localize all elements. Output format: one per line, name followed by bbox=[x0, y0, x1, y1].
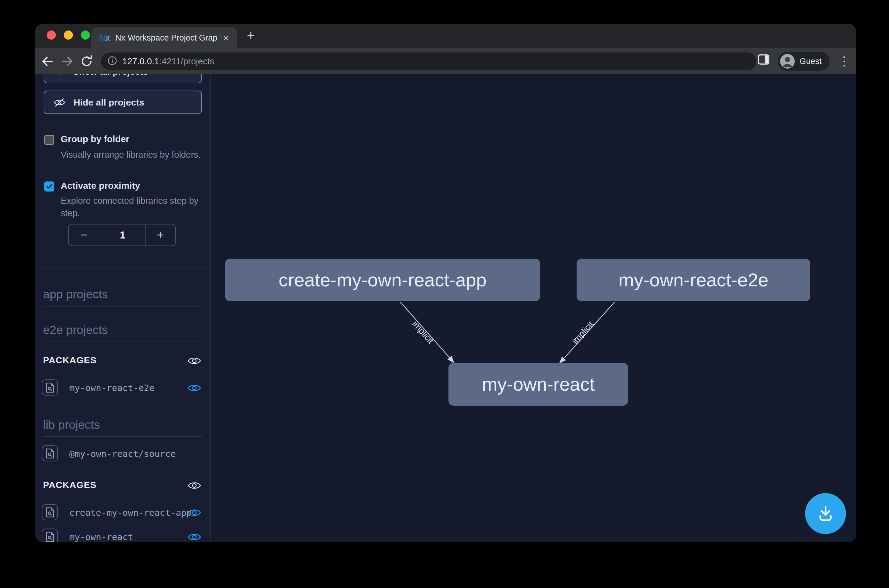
project-name: create-my-own-react-app bbox=[69, 507, 192, 518]
decrement-button[interactable]: − bbox=[69, 225, 100, 246]
toggle-group-visibility-button[interactable] bbox=[187, 356, 201, 367]
toggle-project-visibility-button[interactable] bbox=[187, 508, 201, 519]
eye-icon bbox=[187, 508, 201, 518]
eye-icon bbox=[53, 74, 65, 76]
page-content: Show all projects Hide all projects Grou… bbox=[35, 74, 856, 542]
section-lib-projects: lib projects bbox=[43, 418, 202, 437]
nx-favicon-icon: Nx bbox=[99, 33, 110, 43]
project-file-icon bbox=[42, 504, 58, 520]
increment-button[interactable]: + bbox=[146, 225, 175, 246]
side-panel-icon[interactable] bbox=[757, 54, 772, 68]
forward-button[interactable] bbox=[60, 54, 74, 68]
section-e2e-projects: e2e projects bbox=[43, 323, 202, 342]
eye-off-icon bbox=[53, 98, 66, 107]
toggle-group-visibility-button[interactable] bbox=[187, 481, 201, 492]
close-window-button[interactable] bbox=[47, 30, 56, 40]
avatar bbox=[780, 54, 795, 69]
project-name: my-own-react bbox=[69, 532, 133, 542]
project-file-icon bbox=[42, 528, 58, 542]
sidebar-divider bbox=[35, 267, 210, 267]
address-bar[interactable]: 127.0.0.1:4211/projects bbox=[101, 52, 756, 70]
proximity-depth-stepper: − 1 + bbox=[68, 224, 176, 246]
eye-icon bbox=[187, 383, 201, 393]
node-my-own-react[interactable]: my-own-react bbox=[449, 363, 628, 406]
activate-proximity-description: Explore connected libraries step by step… bbox=[61, 195, 205, 220]
packages-group-e2e: PACKAGES bbox=[35, 354, 210, 368]
packages-label: PACKAGES bbox=[43, 355, 97, 365]
group-by-folder-checkbox[interactable] bbox=[44, 135, 54, 145]
desktop: Nx Nx Workspace Project Graph × + bbox=[0, 0, 889, 588]
project-name: my-own-react-e2e bbox=[69, 383, 155, 393]
toggle-project-visibility-button[interactable] bbox=[187, 383, 201, 394]
profile-name: Guest bbox=[800, 57, 821, 66]
node-my-own-react-e2e[interactable]: my-own-react-e2e bbox=[577, 259, 810, 302]
tab-title: Nx Workspace Project Graph bbox=[115, 33, 218, 43]
graph-edges bbox=[211, 74, 856, 542]
tab-nx-workspace-project-graph[interactable]: Nx Nx Workspace Project Graph × bbox=[91, 27, 237, 48]
project-file-icon bbox=[42, 445, 58, 461]
depth-value[interactable]: 1 bbox=[100, 225, 146, 246]
project-file-icon bbox=[42, 380, 58, 396]
tab-strip: Nx Nx Workspace Project Graph × + bbox=[35, 24, 856, 48]
reload-button[interactable] bbox=[80, 54, 94, 68]
section-app-projects: app projects bbox=[43, 288, 202, 306]
eye-icon bbox=[187, 481, 201, 490]
minimize-window-button[interactable] bbox=[64, 30, 73, 40]
download-icon bbox=[816, 504, 835, 524]
browser-toolbar: 127.0.0.1:4211/projects Guest ⋮ bbox=[35, 48, 856, 74]
browser-menu-button[interactable]: ⋮ bbox=[838, 52, 851, 69]
browser-window: Nx Nx Workspace Project Graph × + bbox=[35, 24, 856, 542]
toggle-project-visibility-button[interactable] bbox=[187, 532, 201, 542]
new-tab-button[interactable]: + bbox=[244, 28, 258, 43]
group-by-folder-label: Group by folder bbox=[61, 134, 129, 144]
project-row-my-own-react-source[interactable]: @my-own-react/source bbox=[35, 445, 210, 462]
sidebar: Show all projects Hide all projects Grou… bbox=[35, 74, 211, 542]
project-graph-canvas[interactable]: implicit implicit create-my-own-react-ap… bbox=[211, 74, 856, 542]
url-text: 127.0.0.1:4211/projects bbox=[122, 56, 214, 66]
eye-icon bbox=[187, 356, 201, 366]
packages-label: PACKAGES bbox=[43, 480, 97, 490]
node-create-my-own-react-app[interactable]: create-my-own-react-app bbox=[225, 259, 540, 302]
download-graph-button[interactable] bbox=[805, 493, 846, 534]
profile-chip[interactable]: Guest bbox=[778, 52, 829, 71]
check-icon bbox=[45, 183, 53, 190]
hide-all-projects-button[interactable]: Hide all projects bbox=[44, 91, 202, 114]
activate-proximity-checkbox[interactable] bbox=[44, 182, 54, 192]
project-name: @my-own-react/source bbox=[69, 448, 176, 459]
zoom-window-button[interactable] bbox=[81, 30, 90, 40]
group-by-folder-description: Visually arrange libraries by folders. bbox=[61, 148, 205, 161]
project-row-my-own-react-e2e[interactable]: my-own-react-e2e bbox=[35, 380, 210, 396]
back-button[interactable] bbox=[41, 54, 55, 68]
window-controls bbox=[47, 30, 90, 40]
project-row-my-own-react[interactable]: my-own-react bbox=[35, 528, 210, 542]
site-info-icon[interactable] bbox=[107, 56, 117, 67]
close-tab-icon[interactable]: × bbox=[223, 33, 229, 43]
packages-group-lib: PACKAGES bbox=[35, 479, 210, 492]
activate-proximity-label: Activate proximity bbox=[61, 180, 140, 191]
project-row-create-my-own-react-app[interactable]: create-my-own-react-app bbox=[35, 504, 210, 521]
eye-icon bbox=[187, 532, 201, 542]
show-all-projects-button[interactable]: Show all projects bbox=[44, 74, 202, 83]
